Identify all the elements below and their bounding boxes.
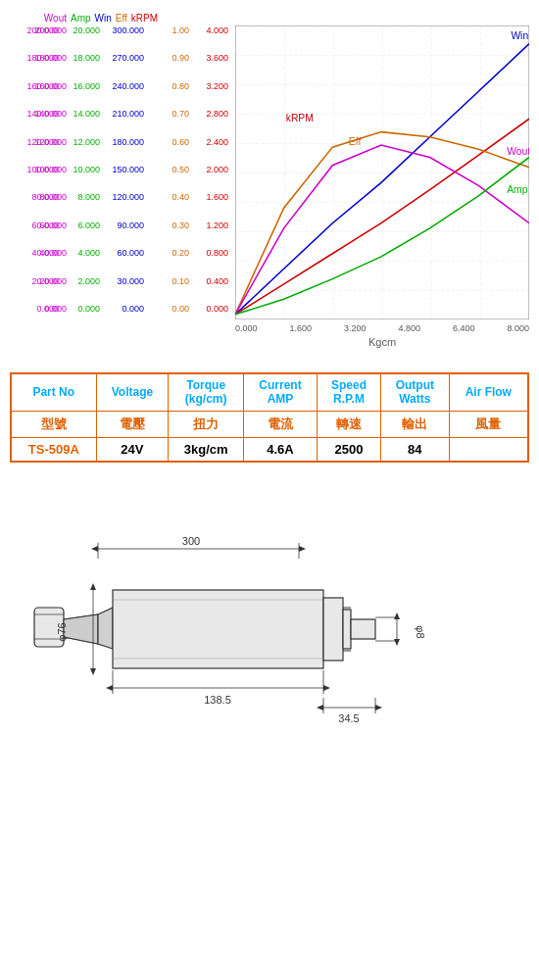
chinese-current: 電流 — [244, 411, 318, 437]
svg-rect-26 — [351, 619, 375, 639]
diagram-section: .dim-line { stroke: #333; stroke-width: … — [0, 472, 539, 786]
svg-marker-28 — [90, 583, 96, 590]
eff-header: Eff — [116, 13, 127, 24]
svg-text:Amp: Amp — [507, 184, 527, 195]
val-part-no: TS-509A — [11, 437, 96, 462]
val-voltage: 24V — [96, 437, 169, 462]
x-axis-title: Kgcm — [235, 336, 529, 348]
x-axis-labels: 0.000 1.600 3.200 4.800 6.400 8.000 — [235, 323, 529, 333]
chinese-speed: 轉速 — [317, 411, 380, 437]
col-current: Current AMP — [244, 373, 318, 411]
svg-rect-0 — [235, 25, 529, 319]
amp-header: Amp — [71, 13, 91, 24]
chinese-airflow: 風量 — [449, 411, 528, 437]
svg-text:kRPM: kRPM — [286, 113, 314, 123]
wout-header: Wout — [44, 13, 67, 24]
col-output: Output Watts — [381, 373, 450, 411]
svg-marker-29 — [90, 668, 96, 675]
svg-marker-9 — [299, 546, 306, 552]
chinese-output: 輸出 — [381, 411, 450, 437]
svg-text:Win: Win — [511, 30, 528, 41]
val-speed: 2500 — [317, 437, 380, 462]
svg-marker-36 — [317, 705, 323, 710]
svg-text:Eff: Eff — [349, 136, 362, 147]
svg-marker-41 — [394, 612, 400, 619]
win-header: Win — [95, 13, 112, 24]
mechanical-diagram: .dim-line { stroke: #333; stroke-width: … — [15, 492, 524, 766]
svg-marker-37 — [375, 705, 382, 710]
dim-138-label: 138.5 — [204, 694, 231, 706]
svg-marker-42 — [394, 639, 400, 646]
chinese-torque: 扭力 — [169, 411, 244, 437]
val-torque: 3kg/cm — [169, 437, 244, 462]
svg-rect-23 — [343, 610, 351, 649]
table-section: Part No Voltage Torque (kg/cm) Current A… — [0, 358, 539, 472]
chart-svg: Win Wout Amp kRPM Eff — [235, 25, 529, 319]
chart-container: Wout Amp Win Eff kRPM 200.000 180.000 16… — [10, 10, 529, 353]
svg-rect-22 — [323, 598, 343, 661]
col-airflow: Air Flow — [449, 373, 528, 411]
val-current: 4.6A — [244, 437, 318, 462]
dim-phi76-label: φ76 — [56, 622, 68, 641]
specs-table: Part No Voltage Torque (kg/cm) Current A… — [10, 372, 529, 463]
col-part-no: Part No — [11, 373, 96, 411]
chinese-voltage: 電壓 — [96, 411, 169, 437]
chart-section: Wout Amp Win Eff kRPM 200.000 180.000 16… — [0, 0, 539, 358]
svg-marker-18 — [98, 608, 113, 649]
svg-marker-31 — [106, 685, 113, 691]
dim-phi8-label: φ8 — [415, 625, 426, 638]
col-voltage: Voltage — [96, 373, 169, 411]
svg-text:Wout: Wout — [507, 146, 529, 157]
col-torque: Torque (kg/cm) — [169, 373, 244, 411]
svg-rect-19 — [113, 590, 323, 668]
val-airflow — [449, 437, 528, 462]
krpm-header: kRPM — [131, 13, 158, 24]
svg-marker-8 — [91, 546, 98, 552]
y-axis-eff-krpm: 1.000.900.800.700.600.500.400.300.200.10… — [162, 25, 235, 314]
data-row: TS-509A 24V 3kg/cm 4.6A 2500 84 — [11, 437, 528, 462]
svg-marker-32 — [323, 685, 330, 691]
chinese-label-row: 型號 電壓 扭力 電流 轉速 輸出 風量 — [11, 411, 528, 437]
y-axis-left: 200.000 180.000 160.000 140.000 120.000 … — [10, 25, 67, 314]
dim-300-label: 300 — [182, 535, 200, 547]
dim-34-label: 34.5 — [338, 712, 359, 724]
col-speed: Speed R.P.M — [317, 373, 380, 411]
chinese-part-no: 型號 — [11, 411, 96, 437]
val-output: 84 — [381, 437, 450, 462]
table-header-row: Part No Voltage Torque (kg/cm) Current A… — [11, 373, 528, 411]
